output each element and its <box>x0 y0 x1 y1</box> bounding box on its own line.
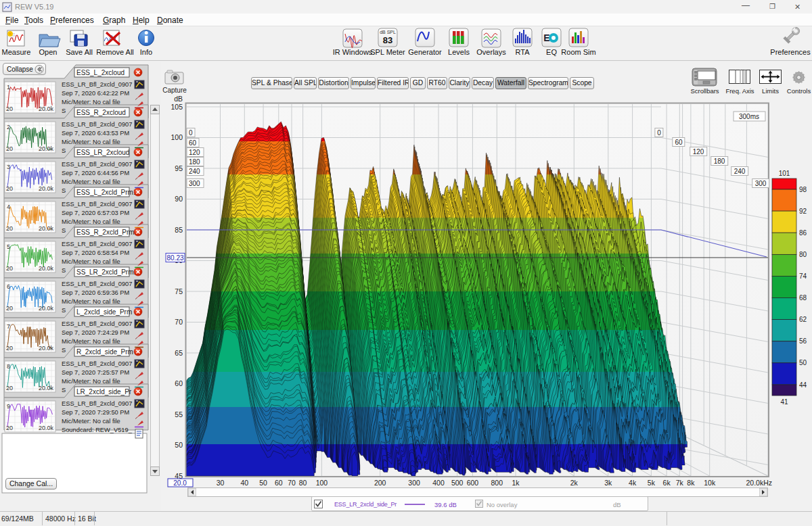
svg-text:68: 68 <box>799 294 807 302</box>
svg-text:200: 200 <box>374 479 386 487</box>
svg-text:S: S <box>62 347 66 354</box>
svg-text:20.0k: 20.0k <box>39 265 54 272</box>
svg-text:ESS_R_2xcloud: ESS_R_2xcloud <box>76 109 126 116</box>
svg-text:30: 30 <box>217 479 225 487</box>
svg-text:Sep 7, 2020 7:25:57 PM: Sep 7, 2020 7:25:57 PM <box>62 369 129 376</box>
svg-text:10k: 10k <box>704 479 716 487</box>
svg-text:20: 20 <box>6 385 13 391</box>
svg-text:20: 20 <box>6 305 13 312</box>
svg-text:20.0k: 20.0k <box>39 225 54 232</box>
svg-text:ESS_LR_Bfl_2xcld_0907: ESS_LR_Bfl_2xcld_0907 <box>62 161 132 168</box>
svg-text:Mic/Meter: No cal file: Mic/Meter: No cal file <box>62 139 120 145</box>
svg-text:L_2xcld_side_Prm: L_2xcld_side_Prm <box>76 308 132 316</box>
svg-text:400: 400 <box>432 479 445 487</box>
svg-text:7: 7 <box>7 323 10 330</box>
svg-text:ESS_LR_Bfl_2xcld_0907: ESS_LR_Bfl_2xcld_0907 <box>62 281 132 287</box>
svg-text:3k: 3k <box>604 479 612 487</box>
svg-text:LR_2xcld_side_Pr: LR_2xcld_side_Pr <box>76 388 132 396</box>
svg-text:50: 50 <box>175 441 183 449</box>
svg-text:dB: dB <box>174 95 183 103</box>
svg-text:101: 101 <box>779 170 790 177</box>
svg-text:Mic/Meter: No cal file: Mic/Meter: No cal file <box>62 99 120 105</box>
svg-text:20: 20 <box>6 265 13 272</box>
svg-text:20.0k: 20.0k <box>39 105 54 112</box>
svg-text:3: 3 <box>7 164 10 170</box>
svg-text:ESS_LR_Bfl_2xcld_0907: ESS_LR_Bfl_2xcld_0907 <box>62 201 132 208</box>
svg-text:ESS_LR_Bfl_2xcld_0907: ESS_LR_Bfl_2xcld_0907 <box>62 320 132 327</box>
svg-text:40: 40 <box>240 479 248 487</box>
svg-text:65: 65 <box>175 349 183 357</box>
svg-text:300ms: 300ms <box>739 113 759 120</box>
svg-text:0: 0 <box>189 129 193 137</box>
svg-text:800: 800 <box>491 479 503 487</box>
svg-text:Mic/Meter: No cal file: Mic/Meter: No cal file <box>62 418 120 425</box>
svg-text:ESS_LR_Bfl_2xcld_0907: ESS_LR_Bfl_2xcld_0907 <box>62 400 132 407</box>
svg-text:20.0: 20.0 <box>173 479 187 487</box>
svg-text:20.0k: 20.0k <box>39 385 54 391</box>
svg-text:4k: 4k <box>629 479 637 487</box>
svg-text:83: 83 <box>383 35 392 45</box>
svg-text:S: S <box>62 227 66 234</box>
svg-text:98: 98 <box>799 186 807 193</box>
svg-text:ESS_LR_Bfl_2xcld_0907: ESS_LR_Bfl_2xcld_0907 <box>62 81 132 88</box>
svg-text:180: 180 <box>189 158 200 166</box>
svg-text:Sep 7, 2020 6:44:56 PM: Sep 7, 2020 6:44:56 PM <box>62 170 129 176</box>
svg-text:R_2xcld_side_Prm: R_2xcld_side_Prm <box>76 348 133 356</box>
svg-text:120: 120 <box>693 148 704 156</box>
svg-text:2k: 2k <box>570 479 579 487</box>
svg-text:Mic/Meter: No cal file: Mic/Meter: No cal file <box>62 338 120 345</box>
svg-text:dB SPL: dB SPL <box>380 30 396 34</box>
svg-text:20.0k: 20.0k <box>39 305 54 312</box>
svg-text:20.0k: 20.0k <box>39 145 54 152</box>
svg-text:20: 20 <box>6 145 13 152</box>
svg-text:60: 60 <box>275 479 283 487</box>
svg-text:300: 300 <box>755 180 767 187</box>
svg-text:Sep 7, 2020 7:29:50 PM: Sep 7, 2020 7:29:50 PM <box>62 409 129 416</box>
svg-text:ESS_L_2xcld_Prm1: ESS_L_2xcld_Prm1 <box>76 189 137 196</box>
svg-text:86: 86 <box>799 229 807 237</box>
svg-text:80: 80 <box>299 479 307 487</box>
svg-text:20: 20 <box>6 185 13 192</box>
svg-text:SS_LR_2xcld_Prm1: SS_LR_2xcld_Prm1 <box>76 268 137 276</box>
svg-text:55: 55 <box>175 410 183 419</box>
svg-text:Sep 7, 2020 6:43:53 PM: Sep 7, 2020 6:43:53 PM <box>62 130 129 137</box>
svg-text:Sep 7, 2020 6:42:22 PM: Sep 7, 2020 6:42:22 PM <box>62 90 129 97</box>
svg-text:100: 100 <box>171 133 183 141</box>
svg-text:1k: 1k <box>512 479 520 487</box>
svg-text:80.23: 80.23 <box>166 254 183 262</box>
svg-text:74: 74 <box>799 272 807 280</box>
svg-text:90: 90 <box>175 195 183 203</box>
svg-text:300: 300 <box>408 479 420 487</box>
svg-text:Mic/Meter: No cal file: Mic/Meter: No cal file <box>62 178 120 185</box>
svg-text:6: 6 <box>7 283 10 290</box>
svg-text:0: 0 <box>657 129 661 137</box>
svg-text:62: 62 <box>799 316 807 323</box>
svg-text:20.0k: 20.0k <box>39 345 54 352</box>
svg-text:Soundcard: REW_V519_: Soundcard: REW_V519_ <box>62 427 133 433</box>
svg-text:56: 56 <box>799 337 807 345</box>
svg-text:60: 60 <box>675 139 683 146</box>
svg-text:60: 60 <box>189 139 197 147</box>
svg-text:4: 4 <box>7 204 10 210</box>
svg-text:7k: 7k <box>676 479 684 487</box>
svg-text:ESS_LR_Bfl_2xcld_0907: ESS_LR_Bfl_2xcld_0907 <box>62 360 132 367</box>
svg-text:20.0k: 20.0k <box>39 425 54 431</box>
svg-text:20: 20 <box>6 225 13 232</box>
svg-text:ESS_L_2xcloud: ESS_L_2xcloud <box>76 69 125 76</box>
svg-text:8k: 8k <box>687 479 695 487</box>
svg-text:S: S <box>62 307 66 314</box>
svg-text:70: 70 <box>288 479 296 487</box>
svg-text:95: 95 <box>175 164 183 172</box>
svg-text:50: 50 <box>799 359 807 366</box>
svg-text:Sep 7, 2020 6:58:54 PM: Sep 7, 2020 6:58:54 PM <box>62 249 129 256</box>
svg-text:600: 600 <box>467 479 479 487</box>
svg-text:Sep 7, 2020 6:57:03 PM: Sep 7, 2020 6:57:03 PM <box>62 210 129 216</box>
svg-text:ESS_LR_2xcloud: ESS_LR_2xcloud <box>76 149 129 156</box>
svg-text:9: 9 <box>7 403 10 410</box>
svg-text:ESS_LR_Bfl_2xcld_0907: ESS_LR_Bfl_2xcld_0907 <box>62 121 132 128</box>
svg-text:S: S <box>62 267 66 274</box>
svg-text:5k: 5k <box>648 479 656 487</box>
svg-text:120: 120 <box>189 149 200 156</box>
svg-text:85: 85 <box>175 226 183 234</box>
svg-text:300: 300 <box>189 180 200 187</box>
